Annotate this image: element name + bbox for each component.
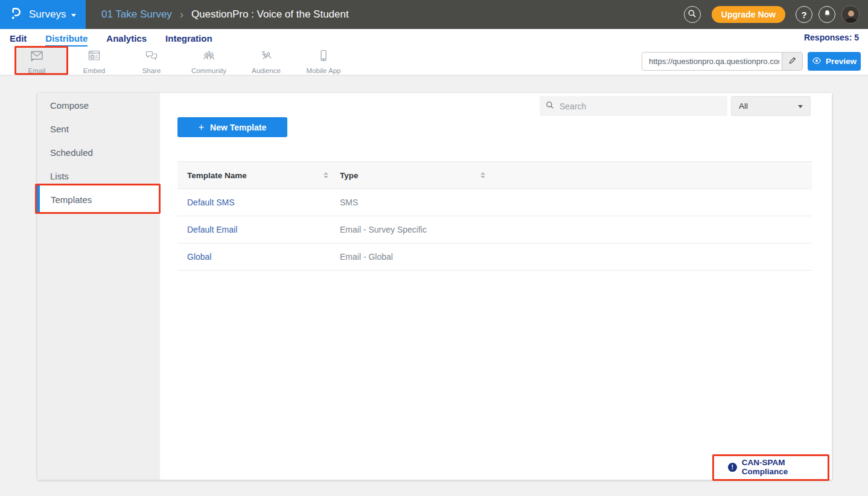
chevron-down-icon bbox=[798, 105, 803, 108]
info-icon: ! bbox=[728, 463, 737, 472]
product-name: Surveys bbox=[29, 8, 66, 21]
edit-url-button[interactable] bbox=[782, 53, 802, 70]
survey-url-box bbox=[642, 52, 803, 71]
search-input[interactable] bbox=[560, 101, 721, 111]
eye-icon bbox=[812, 57, 822, 66]
tab-integration[interactable]: Integration bbox=[165, 31, 212, 47]
search-button[interactable] bbox=[684, 6, 701, 23]
template-type: Email - Global bbox=[330, 252, 393, 262]
toolbar-item-embed[interactable]: Embed bbox=[68, 47, 121, 75]
sidebar-item-compose[interactable]: Compose bbox=[37, 94, 160, 117]
can-spam-label: CAN-SPAM Compliance bbox=[742, 458, 832, 476]
email-panel-card: Compose Sent Scheduled Lists Templates A… bbox=[37, 93, 832, 480]
survey-nav-tabs: Edit Distribute Analytics Integration Re… bbox=[0, 29, 868, 47]
templates-content: All + New Template Template Name Type bbox=[160, 93, 832, 480]
mobile-phone-icon bbox=[316, 48, 331, 65]
can-spam-compliance-link[interactable]: ! CAN-SPAM Compliance bbox=[728, 458, 832, 476]
help-button[interactable]: ? bbox=[796, 6, 812, 23]
table-row: Default SMS SMS bbox=[177, 189, 812, 216]
bell-icon bbox=[823, 9, 832, 20]
notifications-button[interactable] bbox=[819, 6, 835, 23]
breadcrumb-separator-icon: › bbox=[180, 8, 183, 21]
sidebar-item-scheduled[interactable]: Scheduled bbox=[37, 141, 160, 164]
distribute-toolbar: Email Embed Share bbox=[0, 47, 868, 76]
toolbar-item-label: Embed bbox=[83, 67, 105, 74]
toolbar-item-label: Email bbox=[28, 67, 46, 74]
search-icon bbox=[546, 101, 554, 112]
toolbar-item-mobile-app[interactable]: Mobile App bbox=[297, 47, 350, 75]
preview-button[interactable]: Preview bbox=[808, 52, 861, 71]
share-bubbles-icon bbox=[144, 48, 159, 65]
community-people-icon bbox=[201, 48, 217, 65]
envelope-icon bbox=[29, 48, 45, 65]
audience-dollar-icon: $ bbox=[258, 48, 274, 65]
new-template-button[interactable]: + New Template bbox=[177, 117, 287, 137]
surveys-product-menu[interactable]: Surveys bbox=[0, 0, 86, 29]
toolbar-item-share[interactable]: Share bbox=[125, 47, 178, 75]
column-header-type: Type bbox=[340, 171, 359, 180]
avatar[interactable] bbox=[841, 5, 860, 24]
template-link[interactable]: Default Email bbox=[187, 225, 237, 234]
tab-analytics[interactable]: Analytics bbox=[106, 31, 147, 47]
top-bar: Surveys 01 Take Survey › QuestionPro : V… bbox=[0, 0, 868, 29]
templates-table: Template Name Type Default SMS SMS De bbox=[177, 161, 812, 271]
toolbar-item-label: Community bbox=[191, 67, 226, 74]
toolbar-item-label: Mobile App bbox=[307, 67, 341, 74]
column-header-template-name: Template Name bbox=[187, 171, 247, 180]
sidebar-item-sent[interactable]: Sent bbox=[37, 117, 160, 141]
tab-distribute[interactable]: Distribute bbox=[45, 31, 88, 47]
breadcrumb-survey-link[interactable]: 01 Take Survey bbox=[101, 8, 172, 21]
template-link[interactable]: Global bbox=[187, 252, 211, 262]
app-window: Surveys 01 Take Survey › QuestionPro : V… bbox=[0, 0, 868, 496]
template-type: SMS bbox=[330, 198, 358, 207]
template-link[interactable]: Default SMS bbox=[187, 198, 235, 207]
table-row: Default Email Email - Survey Specific bbox=[177, 216, 812, 243]
table-row: Global Email - Global bbox=[177, 243, 812, 271]
topbar-actions: Upgrade Now ? bbox=[684, 0, 860, 29]
email-sidebar: Compose Sent Scheduled Lists Templates bbox=[37, 93, 160, 480]
upgrade-now-button[interactable]: Upgrade Now bbox=[712, 6, 785, 23]
embed-window-icon bbox=[86, 48, 102, 65]
sidebar-item-templates[interactable]: Templates bbox=[37, 188, 160, 211]
new-template-label: New Template bbox=[210, 123, 266, 132]
page-body: Compose Sent Scheduled Lists Templates A… bbox=[0, 76, 868, 495]
toolbar-item-audience[interactable]: $ Audience bbox=[240, 47, 293, 75]
toolbar-item-community[interactable]: Community bbox=[182, 47, 235, 75]
plus-icon: + bbox=[199, 122, 204, 133]
toolbar-item-label: Audience bbox=[252, 67, 281, 74]
table-header-row: Template Name Type bbox=[177, 161, 812, 189]
sort-icon[interactable] bbox=[324, 172, 328, 178]
survey-url-input[interactable] bbox=[642, 53, 782, 70]
tab-edit[interactable]: Edit bbox=[10, 31, 27, 47]
pencil-icon bbox=[788, 56, 797, 66]
sidebar-item-lists[interactable]: Lists bbox=[37, 164, 160, 188]
sort-icon[interactable] bbox=[480, 172, 485, 178]
search-icon bbox=[688, 9, 697, 20]
type-filter-dropdown[interactable]: All bbox=[731, 96, 811, 116]
template-type: Email - Survey Specific bbox=[330, 225, 427, 234]
filter-value: All bbox=[739, 101, 748, 111]
questionpro-logo-icon bbox=[8, 6, 24, 24]
chevron-down-icon bbox=[71, 14, 76, 17]
preview-label: Preview bbox=[826, 57, 857, 66]
template-search-box bbox=[540, 96, 727, 116]
page-title: QuestionPro : Voice of the Student bbox=[191, 8, 349, 21]
toolbar-item-label: Share bbox=[142, 67, 161, 74]
breadcrumb: 01 Take Survey › QuestionPro : Voice of … bbox=[101, 0, 349, 29]
responses-count: Responses: 5 bbox=[804, 33, 859, 42]
toolbar-item-email[interactable]: Email bbox=[10, 47, 63, 75]
